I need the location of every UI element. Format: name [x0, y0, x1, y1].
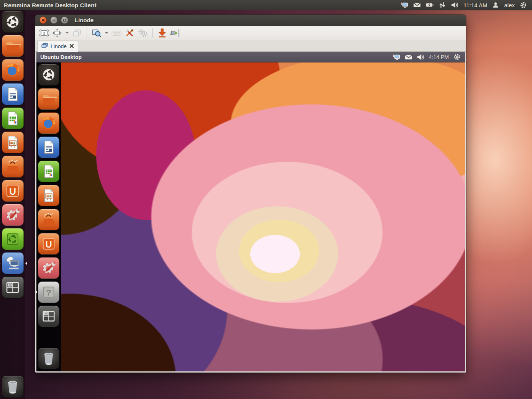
launcher-item-dash-home[interactable]: [2, 11, 24, 33]
firefox-icon: [40, 115, 57, 131]
workspace-grid-icon: [4, 279, 21, 296]
launcher-item-workspace-switcher[interactable]: [2, 276, 24, 298]
remmina-window: Linode 1 Linode Ubuntu Desktop: [35, 15, 466, 373]
gear-wrench-icon: [40, 259, 57, 276]
focused-indicator-arrow: [23, 261, 27, 265]
launcher-item-ubuntu-one[interactable]: U: [2, 180, 24, 202]
username-label[interactable]: alex: [504, 2, 515, 8]
remote-launcher-item-unknown-window[interactable]: ?: [38, 281, 59, 303]
disconnect-button[interactable]: [169, 28, 181, 38]
remote-unity-launcher: U ?: [36, 62, 61, 371]
tab-label: Linode: [51, 43, 67, 49]
remote-appmenu-label[interactable]: Ubuntu Desktop: [36, 54, 82, 60]
host-top-panel: Remmina Remote Desktop Client 11:14 AM a…: [0, 0, 532, 10]
shopping-bag-icon: [41, 212, 57, 228]
ubuntu-logo-icon: [41, 67, 56, 82]
toolbar-separator: [87, 28, 87, 38]
window-close-button[interactable]: [39, 16, 47, 24]
remote-launcher-item-firefox[interactable]: [38, 112, 59, 134]
launcher-item-remmina[interactable]: [2, 252, 24, 274]
trash-icon: [41, 350, 57, 366]
trash-icon: [4, 378, 21, 395]
remote-window-icon: [41, 43, 48, 50]
toggle-fullscreen-button[interactable]: 1: [38, 28, 50, 38]
remote-launcher-item-ubuntu-one[interactable]: U: [38, 233, 59, 255]
launcher-item-libreoffice-writer[interactable]: [2, 83, 24, 105]
svg-text:U: U: [45, 239, 52, 250]
remote-clock[interactable]: 4:14 PM: [429, 54, 449, 60]
green-ubuntu-icon: [4, 231, 21, 248]
fit-window-dropdown[interactable]: [64, 28, 70, 38]
mail-icon[interactable]: [404, 53, 413, 61]
connection-tabbar: Linode: [35, 40, 466, 52]
running-indicator-arrow: [0, 261, 2, 265]
ubuntu-one-icon: U: [4, 182, 21, 199]
window-minimize-button[interactable]: [50, 16, 57, 24]
user-icon[interactable]: [491, 1, 500, 9]
calc-spreadsheet-icon: [41, 164, 56, 179]
active-app-title: Remmina Remote Desktop Client: [0, 2, 97, 8]
remote-launcher-item-workspace-switcher[interactable]: [38, 305, 59, 327]
gear-wrench-icon: [4, 206, 21, 224]
host-unity-launcher: U: [0, 10, 25, 399]
fit-window-button[interactable]: [51, 28, 63, 38]
ubuntu-logo-icon: [5, 14, 21, 30]
volume-icon[interactable]: [451, 1, 459, 9]
remote-session-icon[interactable]: [392, 53, 401, 61]
launcher-item-libreoffice-calc[interactable]: [2, 107, 24, 129]
remote-desktop-wallpaper[interactable]: [61, 62, 465, 371]
toolbar-separator: [152, 28, 153, 38]
chevron-down-icon: [105, 32, 108, 35]
writer-document-icon: [5, 86, 21, 102]
remote-desktop-body[interactable]: U ?: [36, 62, 465, 371]
remote-launcher-item-ubuntu-software-center[interactable]: [38, 209, 59, 230]
launcher-item-libreoffice-impress[interactable]: [2, 131, 24, 153]
mail-icon[interactable]: [413, 1, 421, 9]
folder-icon: [41, 91, 57, 107]
launcher-item-system-settings[interactable]: [2, 204, 24, 226]
remmina-icon: [4, 255, 21, 272]
remote-launcher-item-libreoffice-writer[interactable]: [38, 136, 59, 158]
remote-launcher-item-libreoffice-impress[interactable]: [38, 185, 59, 206]
ubuntu-one-icon: U: [41, 236, 57, 252]
shopping-bag-icon: [4, 158, 21, 175]
preferences-button[interactable]: [124, 28, 135, 38]
minimize-to-tray-button[interactable]: [156, 28, 168, 38]
launcher-item-home-folder[interactable]: [2, 35, 24, 57]
launcher-item-ubuntu-software-center[interactable]: [2, 156, 24, 177]
remote-launcher-item-system-settings[interactable]: [38, 257, 59, 279]
unknown-app-icon: ?: [41, 284, 57, 300]
remote-launcher-item-home-folder[interactable]: [38, 88, 59, 110]
svg-text:1: 1: [43, 31, 45, 35]
chevron-down-icon: [66, 32, 69, 35]
launcher-item-firefox[interactable]: [2, 59, 24, 81]
remote-session-viewport[interactable]: Ubuntu Desktop 4:14 PM: [35, 52, 466, 373]
running-indicator-arrow: [36, 290, 39, 294]
switch-tabs-button[interactable]: [71, 28, 83, 38]
tab-close-icon[interactable]: [69, 43, 74, 50]
remote-launcher-item-dash-home[interactable]: [38, 64, 59, 85]
remote-launcher-item-trash[interactable]: [38, 348, 59, 369]
tools-button[interactable]: [137, 28, 148, 38]
remote-launcher-item-libreoffice-calc[interactable]: [38, 161, 59, 182]
window-titlebar[interactable]: Linode: [35, 15, 466, 26]
firefox-icon: [4, 61, 21, 79]
writer-document-icon: [41, 140, 56, 155]
host-clock[interactable]: 11:14 AM: [463, 2, 487, 8]
launcher-item-ubuntu-software[interactable]: [2, 228, 24, 250]
session-gear-icon[interactable]: [519, 1, 527, 9]
remote-session-icon[interactable]: [400, 1, 409, 9]
impress-presentation-icon: [41, 188, 56, 203]
sync-arrows-icon[interactable]: [438, 1, 447, 9]
toggle-scaled-mode-button[interactable]: [91, 28, 102, 38]
grab-keyboard-button[interactable]: [111, 28, 122, 38]
session-gear-icon[interactable]: [453, 53, 461, 61]
tab-linode[interactable]: Linode: [37, 41, 78, 52]
impress-presentation-icon: [5, 135, 21, 151]
folder-icon: [4, 38, 21, 54]
scaled-mode-dropdown[interactable]: [104, 28, 109, 38]
window-maximize-button[interactable]: [61, 16, 68, 24]
launcher-item-trash[interactable]: [2, 376, 24, 397]
battery-icon[interactable]: [425, 1, 434, 9]
volume-icon[interactable]: [417, 53, 425, 61]
